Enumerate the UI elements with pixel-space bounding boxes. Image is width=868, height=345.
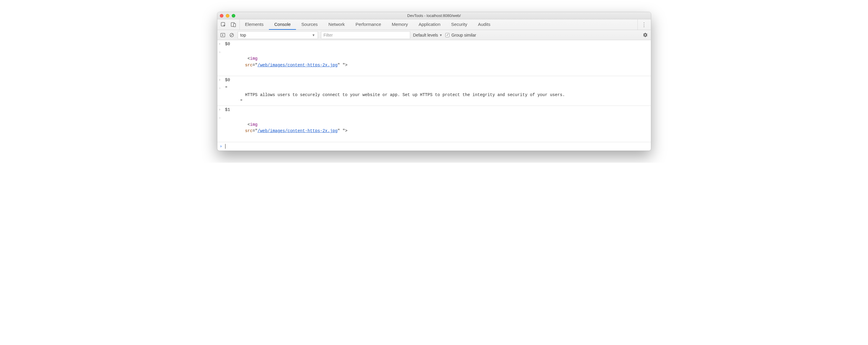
kebab-menu-icon[interactable]: ⋮ (641, 22, 647, 28)
src-url-link[interactable]: /web/images/content-https-2x.jpg (258, 128, 338, 133)
tab-label: Network (329, 22, 345, 27)
input-caret-icon: › (219, 77, 225, 82)
tab-security[interactable]: Security (446, 19, 473, 30)
minimize-window-button[interactable] (226, 14, 229, 18)
console-output-html: <img src="/web/images/content-https-2x.j… (225, 115, 648, 141)
tab-label: Sources (301, 22, 318, 27)
clear-console-icon[interactable] (229, 32, 235, 38)
html-attr: src (245, 63, 252, 67)
tab-label: Audits (478, 22, 491, 27)
svg-rect-2 (234, 24, 236, 27)
filter-input[interactable] (321, 31, 410, 39)
group-similar-label: Group similar (451, 33, 476, 37)
console-input-row: › $0 (217, 76, 651, 85)
console-input-text: $1 (225, 107, 648, 113)
html-tag: img (250, 122, 258, 127)
execution-context-select[interactable]: top ▼ (238, 31, 318, 39)
tab-memory[interactable]: Memory (386, 19, 413, 30)
tab-console[interactable]: Console (269, 19, 296, 30)
console-toolbar: top ▼ Default levels ▼ ✓ Group similar (217, 30, 651, 40)
trailing: " (340, 63, 345, 67)
console-input-row: › $1 (217, 106, 651, 114)
tab-application[interactable]: Application (413, 19, 445, 30)
console-input-text: $0 (225, 41, 648, 48)
chevron-down-icon: ▼ (312, 33, 315, 37)
svg-line-5 (230, 34, 233, 36)
tab-label: Security (451, 22, 467, 27)
tab-label: Memory (392, 22, 408, 27)
prompt-caret-icon: › (220, 144, 225, 149)
src-url-link[interactable]: /web/images/content-https-2x.jpg (258, 63, 338, 67)
chevron-down-icon: ▼ (439, 33, 443, 37)
html-attr: src (245, 128, 252, 133)
trailing: " (340, 128, 345, 133)
output-caret-icon: ‹· (219, 50, 225, 54)
console-settings-gear-icon[interactable] (643, 32, 648, 38)
tab-elements[interactable]: Elements (240, 19, 269, 30)
tab-performance[interactable]: Performance (350, 19, 386, 30)
console-output-text: " HTTPS allows users to securely connect… (225, 85, 648, 105)
device-toolbar-icon[interactable] (230, 22, 237, 28)
tab-label: Performance (355, 22, 381, 27)
inspect-element-icon[interactable] (220, 22, 226, 28)
html-tag: img (250, 56, 258, 61)
console-output-row: ‹· <img src="/web/images/content-https-2… (217, 49, 651, 76)
input-caret-icon: › (219, 41, 225, 46)
titlebar: DevTools - localhost:8080/web/ (217, 12, 651, 19)
panel-tabstrip: Elements Console Sources Network Perform… (217, 19, 651, 30)
devtools-window: DevTools - localhost:8080/web/ Elements … (217, 12, 651, 151)
console-output: › $0 ‹· <img src="/web/images/content-ht… (217, 40, 651, 151)
console-output-row: ‹· " HTTPS allows users to securely conn… (217, 85, 651, 106)
context-value: top (240, 33, 246, 37)
tab-label: Console (274, 22, 290, 27)
zoom-window-button[interactable] (232, 14, 235, 18)
console-output-row: ‹· <img src="/web/images/content-https-2… (217, 114, 651, 142)
output-caret-icon: ‹· (219, 115, 225, 120)
tabs-container: Elements Console Sources Network Perform… (240, 19, 638, 30)
tab-audits[interactable]: Audits (473, 19, 496, 30)
toggle-sidebar-icon[interactable] (220, 32, 226, 38)
tab-label: Elements (245, 22, 264, 27)
levels-label: Default levels (413, 33, 438, 37)
checkbox-icon: ✓ (445, 33, 450, 37)
text-cursor (225, 144, 225, 149)
output-caret-icon: ‹· (219, 85, 225, 90)
console-prompt[interactable]: › (217, 142, 651, 151)
console-input-text: $0 (225, 77, 648, 84)
group-similar-checkbox[interactable]: ✓ Group similar (445, 33, 476, 37)
window-title: DevTools - localhost:8080/web/ (217, 13, 651, 18)
close-window-button[interactable] (220, 14, 223, 18)
tab-sources[interactable]: Sources (296, 19, 323, 30)
tab-network[interactable]: Network (323, 19, 350, 30)
log-levels-select[interactable]: Default levels ▼ (413, 33, 443, 37)
tab-label: Application (418, 22, 440, 27)
input-caret-icon: › (219, 107, 225, 112)
window-controls (220, 14, 235, 18)
console-output-html: <img src="/web/images/content-https-2x.j… (225, 50, 648, 75)
console-input-row: › $0 (217, 40, 651, 49)
